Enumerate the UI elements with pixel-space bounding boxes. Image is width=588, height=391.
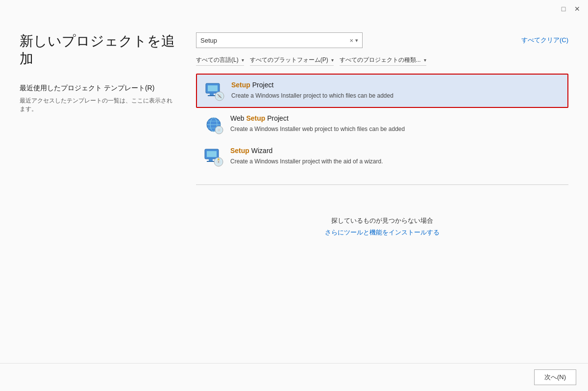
web-setup-project-name-highlight: Setup: [246, 114, 265, 122]
close-button[interactable]: ✕: [572, 4, 582, 14]
setup-wizard-name-highlight: Setup: [230, 147, 249, 155]
search-input[interactable]: [200, 37, 349, 44]
setup-project-name: Setup Project: [231, 80, 560, 90]
right-panel: × ▾ すべてクリア(C) すべての言語(L) ▾ すべてのプラットフォーム(P…: [196, 32, 568, 348]
search-box[interactable]: × ▾: [196, 32, 363, 48]
search-dropdown-arrow-icon[interactable]: ▾: [355, 37, 358, 44]
title-bar: □ ✕: [0, 0, 588, 18]
svg-rect-19: [209, 159, 213, 161]
template-item-web-setup-project[interactable]: Web Setup Project Create a Windows Insta…: [196, 108, 568, 140]
web-setup-project-text: Web Setup Project Create a Windows Insta…: [230, 114, 561, 133]
platform-filter-dropdown[interactable]: すべてのプラットフォーム(P) ▾: [250, 56, 334, 66]
svg-point-23: [218, 161, 220, 163]
setup-project-desc: Create a Windows Installer project to wh…: [231, 92, 560, 100]
recent-section-title: 最近使用したプロジェクト テンプレート(R): [20, 84, 176, 93]
setup-project-name-highlight: Setup: [231, 81, 250, 89]
content-divider: [196, 184, 568, 185]
clear-all-link[interactable]: すべてクリア(C): [521, 36, 568, 45]
svg-rect-18: [207, 151, 217, 157]
type-filter-arrow-icon: ▾: [424, 57, 426, 63]
template-item-setup-wizard[interactable]: Setup Wizard Create a Windows Installer …: [196, 140, 568, 173]
language-filter-label: すべての言語(L): [196, 56, 239, 64]
svg-rect-3: [208, 95, 216, 96]
template-item-setup-project[interactable]: Setup Project Create a Windows Installer…: [196, 74, 568, 108]
type-filter-dropdown[interactable]: すべてのプロジェクトの種類... ▾: [340, 56, 426, 66]
install-tools-link[interactable]: さらにツールと機能をインストールする: [325, 228, 440, 237]
type-filter-label: すべてのプロジェクトの種類...: [340, 56, 421, 64]
language-filter-dropdown[interactable]: すべての言語(L) ▾: [196, 56, 244, 66]
platform-filter-label: すべてのプラットフォーム(P): [250, 56, 328, 64]
svg-rect-2: [210, 93, 214, 95]
setup-project-icon: [205, 81, 224, 101]
setup-project-name-suffix: Project: [250, 81, 273, 89]
search-clear-button[interactable]: ×: [349, 37, 353, 44]
page-title: 新しいプロジェクトを追加: [20, 32, 176, 68]
svg-rect-20: [207, 161, 215, 162]
setup-project-text: Setup Project Create a Windows Installer…: [231, 80, 560, 100]
left-panel: 新しいプロジェクトを追加 最近使用したプロジェクト テンプレート(R) 最近アク…: [20, 32, 176, 348]
main-content: 新しいプロジェクトを追加 最近使用したプロジェクト テンプレート(R) 最近アク…: [0, 18, 588, 363]
setup-wizard-name-suffix: Wizard: [249, 147, 272, 155]
setup-wizard-name: Setup Wizard: [230, 146, 561, 156]
minimize-button[interactable]: □: [559, 4, 568, 14]
recent-description: 最近アクセスしたテンプレートの一覧は、ここに表示されます。: [20, 97, 176, 113]
web-setup-project-desc: Create a Windows Installer web project t…: [230, 125, 561, 133]
web-setup-project-name: Web Setup Project: [230, 114, 561, 124]
web-setup-project-icon: [204, 115, 223, 134]
search-row: × ▾ すべてクリア(C): [196, 32, 568, 48]
not-found-text: 探しているものが見つからない場合: [331, 216, 433, 225]
main-window: □ ✕ 新しいプロジェクトを追加 最近使用したプロジェクト テンプレート(R) …: [0, 0, 588, 391]
web-setup-project-name-suffix: Project: [265, 114, 288, 122]
svg-rect-1: [208, 85, 218, 91]
next-button[interactable]: 次へ(N): [534, 369, 576, 385]
setup-wizard-icon: [204, 147, 223, 167]
filter-row: すべての言語(L) ▾ すべてのプラットフォーム(P) ▾ すべてのプロジェクト…: [196, 56, 568, 66]
setup-wizard-desc: Create a Windows Installer project with …: [230, 157, 561, 166]
setup-wizard-text: Setup Wizard Create a Windows Installer …: [230, 146, 561, 165]
web-setup-project-name-web: Web: [230, 114, 246, 122]
svg-point-16: [219, 130, 220, 130]
bottom-bar: 次へ(N): [0, 363, 588, 391]
not-found-section: 探しているものが見つからない場合 さらにツールと機能をインストールする: [196, 197, 568, 247]
templates-list: Setup Project Create a Windows Installer…: [196, 74, 568, 173]
language-filter-arrow-icon: ▾: [242, 57, 244, 63]
platform-filter-arrow-icon: ▾: [331, 57, 334, 63]
